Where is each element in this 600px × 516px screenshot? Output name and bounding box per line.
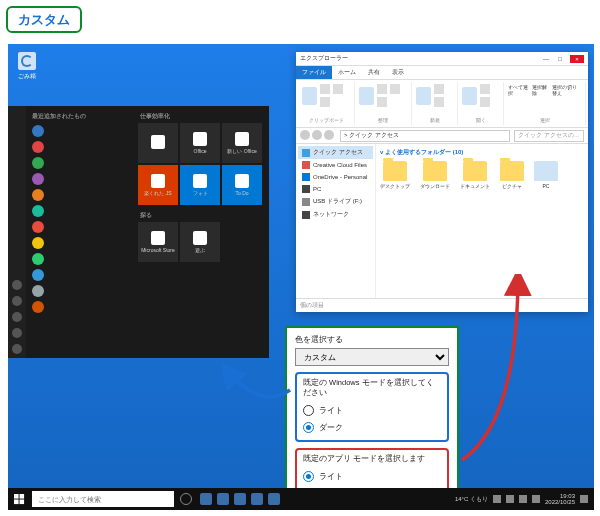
radio-label: ライト	[319, 405, 343, 416]
explorer-search[interactable]: クイック アクセスの…	[514, 130, 584, 142]
ribbon-cmd[interactable]: すべて選択	[508, 84, 529, 96]
explorer-titlebar: エクスプローラー — □ ×	[296, 52, 588, 66]
nav-item[interactable]: OneDrive - Personal	[298, 171, 373, 183]
nav-item[interactable]: クイック アクセス	[298, 146, 373, 159]
start-tile[interactable]: Microsoft Store	[138, 222, 178, 262]
weather[interactable]: 14°C くもり	[455, 495, 488, 504]
nav-item[interactable]: Creative Cloud Files	[298, 159, 373, 171]
win-mode-dark[interactable]: ダーク	[303, 419, 441, 436]
ribbon-icon[interactable]	[377, 84, 387, 94]
start-tiles: 仕事効率化 Office新しい Office楽くれた JSフォトTo Do 探る…	[134, 106, 269, 358]
pictures-icon[interactable]	[12, 312, 22, 322]
start-tile[interactable]: フォト	[180, 165, 220, 205]
start-tile[interactable]	[138, 123, 178, 163]
folder-item[interactable]: ドキュメント	[460, 161, 490, 189]
tab-view[interactable]: 表示	[386, 66, 410, 79]
taskbar-search[interactable]	[32, 491, 174, 507]
settings-icon[interactable]	[12, 328, 22, 338]
maximize-button[interactable]: □	[556, 55, 564, 63]
start-tile[interactable]: 新しい Office	[222, 123, 262, 163]
tray-chevron-icon[interactable]	[493, 495, 501, 503]
tab-file[interactable]: ファイル	[296, 66, 332, 79]
folder-icon	[463, 161, 487, 181]
win-mode-light[interactable]: ライト	[303, 402, 441, 419]
app-mode-light[interactable]: ライト	[303, 468, 441, 485]
mail-icon[interactable]	[268, 493, 280, 505]
start-button[interactable]	[8, 488, 30, 510]
start-tile[interactable]: Office	[180, 123, 220, 163]
power-icon[interactable]	[12, 344, 22, 354]
start-tile[interactable]: 楽くれた JS	[138, 165, 178, 205]
minimize-button[interactable]: —	[542, 55, 550, 63]
folder-item[interactable]: デスクトップ	[380, 161, 410, 189]
edge-icon[interactable]	[234, 493, 246, 505]
clock[interactable]: 19:03 2022/10/25	[545, 493, 575, 505]
network-icon[interactable]	[506, 495, 514, 503]
recent-item[interactable]	[28, 203, 132, 219]
cortana-icon[interactable]	[180, 493, 192, 505]
notifications-icon[interactable]	[580, 495, 588, 503]
ribbon-icon[interactable]	[377, 97, 387, 107]
close-button[interactable]: ×	[570, 55, 584, 63]
address-bar[interactable]: > クイック アクセス	[340, 130, 510, 142]
ribbon-cmd[interactable]: 選択の切り替え	[552, 84, 581, 96]
nav-up-icon[interactable]	[324, 130, 334, 140]
tab-share[interactable]: 共有	[362, 66, 386, 79]
recent-item[interactable]	[28, 155, 132, 171]
windows-mode-label: 既定の Windows モードを選択してください	[303, 378, 441, 398]
tile-icon	[193, 132, 207, 146]
recent-item[interactable]	[28, 251, 132, 267]
ribbon-icon[interactable]	[480, 84, 490, 94]
recent-item[interactable]	[28, 171, 132, 187]
recent-item[interactable]	[28, 219, 132, 235]
nav-item[interactable]: ネットワーク	[298, 208, 373, 221]
ribbon-big-icon[interactable]	[416, 87, 431, 105]
ribbon-icon[interactable]	[320, 84, 330, 94]
ribbon-icon[interactable]	[390, 84, 400, 94]
nav-item[interactable]: PC	[298, 183, 373, 195]
address-bar-row: > クイック アクセス クイック アクセスの…	[296, 128, 588, 144]
ribbon-icon[interactable]	[434, 84, 444, 94]
ribbon-group: クリップボード	[298, 82, 355, 125]
app-icon	[32, 301, 44, 313]
radio-icon	[303, 422, 314, 433]
ribbon-icon[interactable]	[320, 97, 330, 107]
start-tile[interactable]: To Do	[222, 165, 262, 205]
volume-icon[interactable]	[519, 495, 527, 503]
recent-item[interactable]	[28, 139, 132, 155]
folder-item[interactable]: ダウンロード	[420, 161, 450, 189]
ribbon-icon[interactable]	[434, 97, 444, 107]
start-tile[interactable]: 遊ぶ	[180, 222, 220, 262]
documents-icon[interactable]	[12, 296, 22, 306]
clock-date: 2022/10/25	[545, 499, 575, 505]
folder-item[interactable]: ピクチャ	[500, 161, 524, 189]
nav-item[interactable]: USB ドライブ (F:)	[298, 195, 373, 208]
ribbon-icon[interactable]	[333, 84, 343, 94]
ribbon-big-icon[interactable]	[462, 87, 477, 105]
ime-icon[interactable]	[532, 495, 540, 503]
task-view-icon[interactable]	[200, 493, 212, 505]
recent-item[interactable]	[28, 267, 132, 283]
recent-item[interactable]	[28, 283, 132, 299]
ribbon-group-label: 開く	[476, 117, 486, 123]
user-icon[interactable]	[12, 280, 22, 290]
recent-item[interactable]	[28, 235, 132, 251]
ribbon-big-icon[interactable]	[302, 87, 317, 105]
tile-label: 楽くれた JS	[144, 190, 171, 196]
custom-badge: カスタム	[6, 6, 82, 33]
recent-item[interactable]	[28, 123, 132, 139]
recycle-bin[interactable]: ごみ箱	[18, 52, 36, 81]
nav-fwd-icon[interactable]	[312, 130, 322, 140]
store-icon[interactable]	[251, 493, 263, 505]
folder-icon	[423, 161, 447, 181]
tab-home[interactable]: ホーム	[332, 66, 362, 79]
folder-item[interactable]: PC	[534, 161, 558, 189]
recent-item[interactable]	[28, 299, 132, 315]
nav-back-icon[interactable]	[300, 130, 310, 140]
explorer-icon[interactable]	[217, 493, 229, 505]
ribbon-big-icon[interactable]	[359, 87, 374, 105]
recent-item[interactable]	[28, 187, 132, 203]
ribbon-icon[interactable]	[480, 97, 490, 107]
color-select[interactable]: カスタム	[295, 348, 449, 366]
ribbon-cmd[interactable]: 選択解除	[532, 84, 549, 96]
